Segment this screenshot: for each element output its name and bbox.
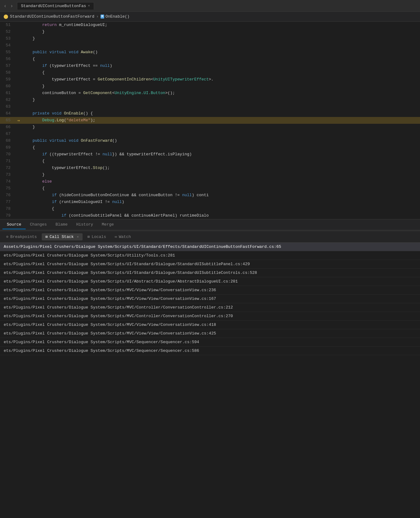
bottom-tab-merge[interactable]: Merge [97, 220, 118, 229]
code-line: 53 } [0, 35, 420, 42]
line-content: typewriterEffect.Stop(); [22, 165, 420, 171]
gutter [15, 165, 22, 171]
line-content: } [22, 83, 420, 90]
line-number: 65 [0, 117, 15, 124]
stack-item[interactable]: ets/Plugins/Pixel Crushers/Dialogue Syst… [0, 347, 420, 355]
code-line: 74 else [0, 178, 420, 185]
line-number: 54 [0, 42, 15, 49]
gutter [15, 97, 22, 103]
stack-item[interactable]: Assets/Plugins/Pixel Crushers/Dialogue S… [0, 243, 420, 251]
code-line: 59 typewriterEffect = GetComponentInChil… [0, 76, 420, 83]
stack-item[interactable]: ets/Plugins/Pixel Crushers/Dialogue Syst… [0, 260, 420, 269]
nav-back-button[interactable]: ‹ [2, 2, 8, 9]
stack-path: ets/Plugins/Pixel Crushers/Dialogue Syst… [4, 270, 257, 275]
code-line: 58 { [0, 69, 420, 76]
debug-tabs: ⊙Breakpoints⊞Call Stack×⊞Locals∞Watch [0, 231, 420, 243]
code-line: 77 if (runtimeDialogueUI != null) [0, 199, 420, 205]
line-number: 62 [0, 97, 15, 103]
code-editor: 51 return m_runtimeDialogueUI;52 }53 }54… [0, 22, 420, 219]
code-line: 52 } [0, 28, 420, 35]
line-number: 68 [0, 137, 15, 144]
line-content: private void OnEnable() { [22, 110, 420, 117]
code-line: 67 [0, 131, 420, 137]
stack-path: ets/Plugins/Pixel Crushers/Dialogue Syst… [4, 305, 233, 310]
gutter [15, 49, 22, 56]
app-container: ‹ › StandardUIContinueButtonFas × Standa… [0, 0, 420, 355]
stack-item[interactable]: ets/Plugins/Pixel Crushers/Dialogue Syst… [0, 277, 420, 286]
breadcrumb: StandardUIContinueButtonFastForward › M … [0, 12, 420, 22]
breadcrumb-method: M OnEnable() [101, 14, 130, 19]
stack-item[interactable]: ets/Plugins/Pixel Crushers/Dialogue Syst… [0, 295, 420, 303]
debug-tab-close-callstack[interactable]: × [77, 235, 79, 239]
line-number: 70 [0, 151, 15, 158]
gutter [15, 90, 22, 97]
code-line: 56 { [0, 56, 420, 63]
debug-tab-label-callstack: Call Stack [49, 235, 74, 239]
line-number: 75 [0, 185, 15, 192]
code-line: 68 public virtual void OnFastForward() [0, 137, 420, 144]
line-content: typewriterEffect = GetComponentInChildre… [22, 76, 420, 83]
stack-path: ets/Plugins/Pixel Crushers/Dialogue Syst… [4, 296, 216, 301]
gutter [15, 151, 22, 158]
debug-tab-breakpoints[interactable]: ⊙Breakpoints [2, 233, 41, 240]
debug-arrow-icon: ⇒ [17, 118, 20, 123]
line-content: if (runtimeDialogueUI != null) [22, 199, 420, 205]
bottom-tab-history[interactable]: History [72, 220, 97, 229]
code-line: 57 if (typewriterEffect == null) [0, 63, 420, 69]
stack-item[interactable]: ets/Plugins/Pixel Crushers/Dialogue Syst… [0, 269, 420, 277]
gutter [15, 185, 22, 192]
code-line: 65⇒ Debug.Log("deleteMe"); [0, 117, 420, 124]
breadcrumb-classname[interactable]: StandardUIContinueButtonFastForward [10, 14, 94, 19]
stack-item[interactable]: ets/Plugins/Pixel Crushers/Dialogue Syst… [0, 338, 420, 347]
gutter [15, 110, 22, 117]
gutter [15, 212, 22, 219]
callstack-icon: ⊞ [45, 235, 48, 239]
code-line: 54 [0, 42, 420, 49]
gutter [15, 28, 22, 35]
code-line: 51 return m_runtimeDialogueUI; [0, 22, 420, 28]
debug-tab-callstack[interactable]: ⊞Call Stack× [42, 233, 83, 240]
line-content: { [22, 205, 420, 212]
line-number: 63 [0, 103, 15, 110]
stack-item[interactable]: ets/Plugins/Pixel Crushers/Dialogue Syst… [0, 329, 420, 338]
line-content: Debug.Log("deleteMe"); [22, 117, 420, 124]
stack-item[interactable]: ets/Plugins/Pixel Crushers/Dialogue Syst… [0, 303, 420, 312]
stack-item[interactable]: ets/Plugins/Pixel Crushers/Dialogue Syst… [0, 286, 420, 295]
gutter [15, 158, 22, 165]
stack-item[interactable]: ets/Plugins/Pixel Crushers/Dialogue Syst… [0, 312, 420, 321]
breadcrumb-method-name[interactable]: OnEnable() [105, 14, 130, 19]
file-tab-close[interactable]: × [88, 4, 90, 8]
line-number: 78 [0, 205, 15, 212]
line-content: return m_runtimeDialogueUI; [22, 22, 420, 28]
bottom-tab-source[interactable]: Source [2, 220, 26, 229]
debug-tab-locals[interactable]: ⊞Locals [84, 233, 110, 240]
source-tabs: SourceChangesBlameHistoryMerge [0, 219, 420, 230]
method-icon: M [101, 15, 104, 19]
line-number: 79 [0, 212, 15, 219]
line-number: 53 [0, 35, 15, 42]
stack-item[interactable]: ets/Plugins/Pixel Crushers/Dialogue Syst… [0, 251, 420, 260]
bottom-tab-changes[interactable]: Changes [26, 220, 51, 229]
line-number: 67 [0, 131, 15, 137]
line-number: 77 [0, 199, 15, 205]
code-line: 71 { [0, 158, 420, 165]
stack-path: ets/Plugins/Pixel Crushers/Dialogue Syst… [4, 348, 199, 353]
callstack-panel: Assets/Plugins/Pixel Crushers/Dialogue S… [0, 243, 420, 355]
line-content: if ((typewriterEffect != null}) && typew… [22, 151, 420, 158]
debug-tab-watch[interactable]: ∞Watch [111, 233, 135, 240]
line-number: 76 [0, 192, 15, 199]
stack-item[interactable]: ets/Plugins/Pixel Crushers/Dialogue Syst… [0, 321, 420, 329]
line-content: continueButton = GetComponent<UnityEngin… [22, 90, 420, 97]
line-content: } [22, 97, 420, 103]
code-line: 70 if ((typewriterEffect != null}) && ty… [0, 151, 420, 158]
gutter [15, 56, 22, 63]
gutter: ⇒ [15, 117, 22, 124]
stack-path: ets/Plugins/Pixel Crushers/Dialogue Syst… [4, 262, 250, 266]
line-content: } [22, 35, 420, 42]
line-content: { [22, 69, 420, 76]
nav-forward-button[interactable]: › [9, 2, 14, 9]
bottom-tab-blame[interactable]: Blame [51, 220, 72, 229]
gutter [15, 22, 22, 28]
file-tab[interactable]: StandardUIContinueButtonFas × [17, 2, 94, 10]
line-number: 73 [0, 171, 15, 178]
